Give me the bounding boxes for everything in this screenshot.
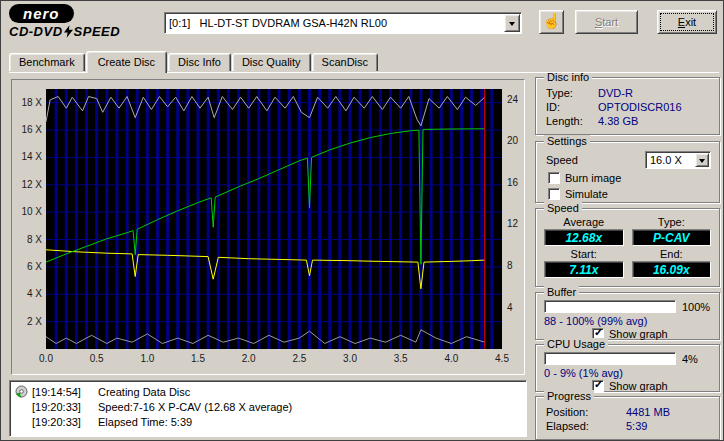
cpu-bar-row: 4% (536, 351, 719, 366)
svg-text:16 X: 16 X (21, 124, 42, 135)
speed-end-label: End: (632, 247, 712, 260)
exit-button-label: Exit (678, 16, 696, 28)
svg-text:8: 8 (507, 260, 513, 271)
write-speed-dropdown-button[interactable] (695, 153, 709, 167)
log-line: [19:14:54] Creating Data Disc (32, 385, 190, 399)
cpu-percent: 4% (682, 353, 698, 365)
svg-text:0.0: 0.0 (39, 353, 53, 364)
tab-disc-quality[interactable]: Disc Quality (232, 53, 311, 71)
chevron-down-icon (509, 22, 515, 29)
tab-disc-info-label: Disc Info (178, 56, 221, 68)
status-log: [19:14:54] Creating Data Disc [19:20:33]… (9, 380, 527, 437)
svg-text:3.0: 3.0 (343, 353, 357, 364)
speed-type-label: Type: (632, 215, 712, 228)
svg-text:4.0: 4.0 (444, 353, 458, 364)
svg-text:0.5: 0.5 (90, 353, 104, 364)
disc-write-icon (15, 385, 28, 398)
progress-position-value: 4481 MB (626, 406, 670, 418)
svg-text:3.5: 3.5 (394, 353, 408, 364)
tab-scandisc-label: ScanDisc (322, 56, 368, 68)
disc-length-label: Length: (546, 115, 598, 127)
chart-panel: 18 X16 X14 X12 X10 X8 X6 X4 X2 X24201612… (11, 79, 525, 375)
log-time: [19:20:33] (32, 400, 98, 414)
buffer-title: Buffer (544, 286, 579, 298)
buffer-show-graph-label: Show graph (609, 328, 668, 340)
log-time: [19:20:33] (32, 415, 98, 429)
product-name-right: SPEED (74, 24, 121, 39)
disc-info-group: Disc info Type: DVD-R ID: OPTODISCR016 L… (535, 77, 720, 135)
cpu-usage-group: CPU Usage 4% 0 - 9% (1% avg) Show graph (535, 344, 720, 392)
progress-title: Progress (544, 390, 594, 402)
log-line: [19:20:33] Speed:7-16 X P-CAV (12.68 X a… (32, 400, 292, 414)
log-text: Elapsed Time: 5:39 (98, 415, 192, 429)
hand-pointer-button[interactable]: ☝ (539, 10, 564, 34)
log-line: [19:20:33] Elapsed Time: 5:39 (32, 415, 192, 429)
write-speed-value: 16.0 X (646, 152, 694, 168)
svg-text:4: 4 (507, 302, 513, 313)
svg-text:1.0: 1.0 (140, 353, 154, 364)
progress-position-row: Position: 4481 MB (536, 405, 719, 419)
tab-create-disc[interactable]: Create Disc (86, 51, 167, 73)
buffer-show-graph-option: Show graph (592, 328, 719, 340)
progress-position-label: Position: (546, 406, 626, 418)
svg-text:20: 20 (507, 135, 519, 146)
speed-average-value: 12.68x (544, 229, 624, 246)
cpu-range: 0 - 9% (1% avg) (544, 367, 623, 379)
chevron-down-icon (699, 159, 705, 166)
product-name: CD-DVD SPEED (9, 24, 120, 39)
svg-text:12: 12 (507, 218, 519, 229)
drive-select-dropdown-button[interactable] (504, 14, 520, 32)
burn-image-label: Burn image (565, 172, 621, 184)
tab-strip: Benchmark Create Disc Disc Info Disc Qua… (9, 51, 379, 73)
disc-type-label: Type: (546, 87, 598, 99)
svg-text:16: 16 (507, 177, 519, 188)
tab-disc-quality-label: Disc Quality (242, 56, 301, 68)
chart-svg: 18 X16 X14 X12 X10 X8 X6 X4 X2 X24201612… (12, 80, 524, 374)
svg-text:18 X: 18 X (21, 97, 42, 108)
tab-scandisc[interactable]: ScanDisc (312, 53, 378, 71)
simulate-option: Simulate (548, 186, 719, 202)
buffer-bar-row: 100% (536, 299, 719, 314)
disc-type-value: DVD-R (598, 87, 633, 99)
progress-group: Progress Position: 4481 MB Elapsed: 5:39 (535, 396, 720, 440)
svg-text:6 X: 6 X (27, 261, 42, 272)
cpu-show-graph-option: Show graph (592, 380, 719, 392)
product-name-left: CD-DVD (9, 24, 63, 39)
disc-id-row: ID: OPTODISCR016 (536, 100, 719, 114)
nero-logo: nero CD-DVD SPEED (9, 4, 120, 39)
speed-start-label: Start: (544, 247, 624, 260)
exit-button[interactable]: Exit (657, 10, 717, 34)
tab-disc-info[interactable]: Disc Info (168, 53, 231, 71)
write-speed-label: Speed (546, 154, 578, 166)
progress-elapsed-label: Elapsed: (546, 420, 626, 432)
speed-start-value: 7.11x (544, 261, 624, 278)
settings-title: Settings (544, 135, 590, 147)
start-button[interactable]: Start (575, 10, 638, 34)
burn-image-option: Burn image (548, 170, 719, 186)
log-time: [19:14:54] (32, 385, 98, 399)
svg-text:4 X: 4 X (27, 288, 42, 299)
disc-length-value: 4.38 GB (598, 115, 638, 127)
log-text: Speed:7-16 X P-CAV (12.68 X average) (98, 400, 292, 414)
lightning-bolt-icon (64, 25, 73, 38)
drive-select-combobox[interactable]: [0:1] HL-DT-ST DVDRAM GSA-H42N RL00 (164, 12, 522, 34)
write-speed-combobox[interactable]: 16.0 X (645, 151, 711, 169)
log-text: Creating Data Disc (98, 385, 190, 399)
disc-length-row: Length: 4.38 GB (536, 114, 719, 128)
tab-benchmark[interactable]: Benchmark (9, 53, 85, 71)
svg-text:2.5: 2.5 (292, 353, 306, 364)
speed-type-value: P-CAV (632, 229, 712, 246)
buffer-bar (544, 300, 676, 313)
disc-type-row: Type: DVD-R (536, 86, 719, 100)
burn-image-checkbox[interactable] (548, 172, 560, 184)
speed-group: Speed Average Type: 12.68x P-CAV Start: … (535, 208, 720, 287)
simulate-checkbox[interactable] (548, 188, 560, 200)
speed-end-value: 16.09x (632, 261, 712, 278)
nero-cd-dvd-speed-window: nero CD-DVD SPEED [0:1] HL-DT-ST DVDRAM … (0, 0, 724, 441)
svg-text:4.5: 4.5 (495, 353, 509, 364)
cpu-bar (544, 352, 676, 365)
svg-text:24: 24 (507, 94, 519, 105)
svg-text:14 X: 14 X (21, 151, 42, 162)
cpu-range-row: 0 - 9% (1% avg) (536, 366, 719, 380)
nero-brand-logo: nero (9, 4, 74, 23)
